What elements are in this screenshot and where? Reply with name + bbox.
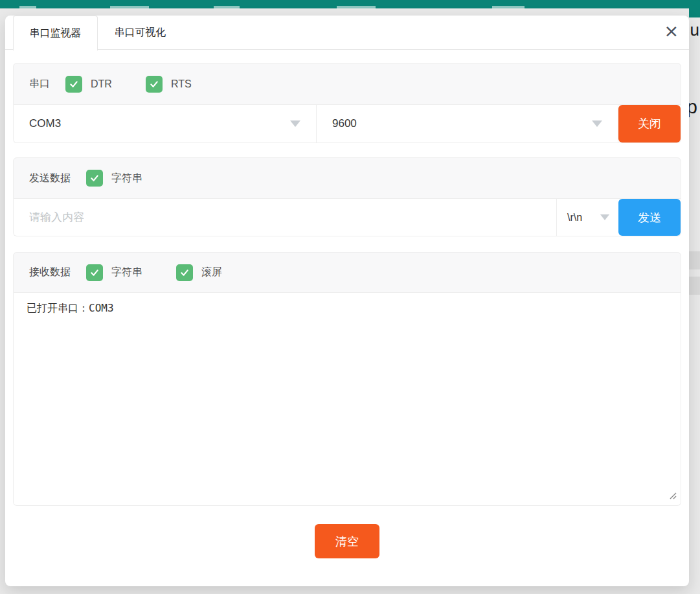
- line-ending-select-value: \r\n: [567, 212, 582, 223]
- chevron-down-icon: [290, 120, 300, 127]
- clear-button[interactable]: 清空: [315, 524, 379, 558]
- receive-output-area[interactable]: 已打开串口：COM3: [13, 293, 681, 506]
- background-patch: [689, 277, 700, 295]
- receive-data-section-header: 接收数据 字符串 滚屏: [13, 252, 681, 293]
- tab-serial-visualization-label: 串口可视化: [115, 26, 166, 40]
- app-header-bar: [0, 0, 700, 8]
- rts-checkbox-group: RTS: [146, 76, 192, 93]
- send-data-controls-row: \r\n 发送: [13, 199, 681, 236]
- autoscroll-checkbox-group: 滚屏: [176, 264, 222, 281]
- serial-port-section: 串口 DTR RTS COM3: [13, 63, 681, 143]
- toolbar-fragment: [492, 6, 525, 8]
- receive-string-checkbox[interactable]: [86, 264, 103, 281]
- dialog-footer: 清空: [13, 524, 681, 558]
- port-select[interactable]: COM3: [14, 105, 317, 143]
- tab-serial-visualization[interactable]: 串口可视化: [98, 16, 183, 49]
- check-icon: [89, 268, 100, 278]
- dialog-body: 串口 DTR RTS COM3: [5, 63, 689, 558]
- dialog-tabbar: 串口监视器 串口可视化 ×: [5, 16, 689, 50]
- close-icon[interactable]: ×: [664, 22, 679, 40]
- check-icon: [149, 79, 159, 89]
- serial-monitor-dialog: 串口监视器 串口可视化 × 串口 DTR RTS: [5, 16, 689, 586]
- send-input[interactable]: [14, 199, 556, 236]
- toolbar-fragment: [337, 6, 376, 8]
- output-line-prefix: 已打开串口：: [27, 303, 89, 314]
- rts-checkbox-label: RTS: [171, 78, 192, 90]
- send-button[interactable]: 发送: [618, 199, 681, 236]
- check-icon: [179, 268, 190, 278]
- background-patch: [689, 251, 700, 269]
- receive-data-title: 接收数据: [29, 266, 71, 279]
- resize-handle-icon[interactable]: [668, 490, 677, 502]
- output-line-value: COM3: [89, 302, 114, 314]
- line-ending-select[interactable]: \r\n: [557, 199, 618, 236]
- app-header-bar-edge: [689, 8, 700, 17]
- check-icon: [69, 79, 79, 89]
- serial-port-controls-row: COM3 9600 关闭: [13, 105, 681, 143]
- check-icon: [89, 173, 100, 183]
- output-line: 已打开串口：COM3: [27, 302, 668, 315]
- baud-rate-select[interactable]: 9600: [317, 105, 618, 143]
- dtr-checkbox[interactable]: [65, 76, 82, 93]
- dtr-checkbox-group: DTR: [65, 76, 112, 93]
- chevron-down-icon: [600, 214, 609, 220]
- baud-rate-select-value: 9600: [332, 117, 357, 130]
- send-string-checkbox-label: 字符串: [111, 172, 142, 185]
- serial-port-title: 串口: [29, 77, 50, 91]
- serial-port-section-header: 串口 DTR RTS: [13, 63, 681, 105]
- receive-string-checkbox-label: 字符串: [111, 266, 142, 279]
- background-text-fragment: u: [690, 20, 699, 40]
- close-port-button[interactable]: 关闭: [618, 105, 681, 143]
- autoscroll-checkbox[interactable]: [176, 264, 193, 281]
- send-data-title: 发送数据: [29, 172, 71, 185]
- send-input-wrapper: [14, 199, 557, 236]
- send-string-checkbox-group: 字符串: [86, 170, 142, 187]
- chevron-down-icon: [592, 120, 602, 127]
- send-data-section-header: 发送数据 字符串: [13, 157, 681, 199]
- autoscroll-checkbox-label: 滚屏: [201, 266, 222, 279]
- tab-serial-monitor-label: 串口监视器: [30, 27, 82, 40]
- toolbar-fragment: [19, 6, 36, 8]
- toolbar-fragment: [214, 6, 240, 8]
- tab-serial-monitor[interactable]: 串口监视器: [13, 16, 98, 51]
- send-string-checkbox[interactable]: [86, 170, 103, 187]
- port-select-value: COM3: [29, 117, 61, 130]
- dtr-checkbox-label: DTR: [91, 78, 112, 90]
- toolbar-fragment: [110, 6, 149, 8]
- rts-checkbox[interactable]: [146, 76, 163, 93]
- receive-data-section: 接收数据 字符串 滚屏 已打开串口：COM3: [13, 252, 681, 506]
- receive-string-checkbox-group: 字符串: [86, 264, 142, 281]
- send-data-section: 发送数据 字符串 \r\n 发送: [13, 157, 681, 236]
